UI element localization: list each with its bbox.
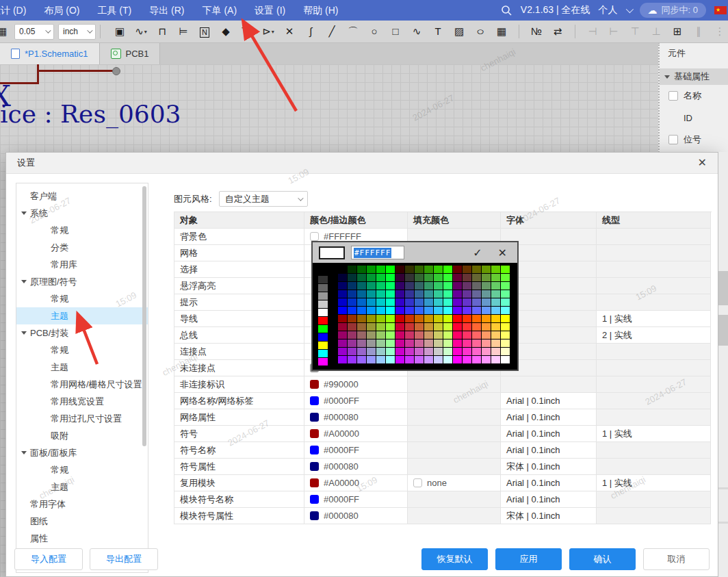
palette-swatch[interactable]	[434, 290, 443, 298]
chevron-down-icon[interactable]	[625, 5, 633, 13]
palette-swatch[interactable]	[472, 266, 481, 273]
distribute-h-icon[interactable]: ∥	[690, 21, 707, 42]
palette-swatch[interactable]	[338, 290, 347, 298]
color-swatch[interactable]	[310, 413, 319, 422]
palette-swatch[interactable]	[318, 284, 328, 292]
stroke-color-cell[interactable]: #0000FF	[304, 442, 408, 459]
palette-swatch[interactable]	[501, 298, 510, 306]
stroke-color-cell[interactable]: #000080	[304, 508, 408, 524]
palette-swatch[interactable]	[318, 300, 328, 308]
grid-size-select[interactable]: 0.05	[14, 24, 54, 40]
palette-swatch[interactable]	[453, 315, 462, 322]
palette-swatch[interactable]	[424, 290, 433, 298]
palette-swatch[interactable]	[482, 315, 491, 322]
palette-swatch[interactable]	[424, 274, 433, 281]
palette-swatch[interactable]	[405, 315, 414, 322]
palette-swatch[interactable]	[482, 331, 491, 339]
palette-swatch[interactable]	[482, 266, 491, 273]
palette-swatch[interactable]	[318, 333, 328, 341]
sidebar-item-17-主题[interactable]: 主题	[16, 478, 148, 496]
palette-swatch[interactable]	[424, 315, 433, 322]
collapse-arrow-icon[interactable]	[21, 280, 27, 283]
palette-swatch[interactable]	[405, 331, 414, 339]
sidebar-item-14-吸附[interactable]: 吸附	[16, 427, 148, 444]
palette-swatch[interactable]	[453, 266, 462, 273]
distribute-v-icon[interactable]: ⋮	[712, 21, 728, 42]
palette-swatch[interactable]	[491, 298, 500, 306]
palette-swatch[interactable]	[491, 282, 500, 290]
palette-swatch[interactable]	[453, 298, 462, 306]
close-icon[interactable]: ✕	[698, 157, 707, 168]
palette-swatch[interactable]	[357, 348, 366, 355]
bus-icon[interactable]: ⊨	[175, 21, 192, 42]
palette-swatch[interactable]	[463, 348, 471, 355]
palette-swatch[interactable]	[424, 282, 433, 290]
palette-swatch[interactable]	[491, 348, 500, 355]
collapse-arrow-icon[interactable]	[21, 451, 27, 454]
stroke-color-cell[interactable]: #0000FF	[304, 491, 408, 508]
theme-style-select[interactable]: 自定义主题	[219, 191, 308, 207]
palette-swatch[interactable]	[415, 266, 424, 273]
palette-swatch[interactable]	[453, 339, 462, 347]
font-cell[interactable]: 宋体 | 0.1inch	[501, 508, 597, 524]
palette-swatch[interactable]	[386, 356, 395, 363]
palette-swatch[interactable]	[348, 331, 356, 339]
palette-swatch[interactable]	[348, 315, 356, 322]
basic-properties-section[interactable]: 基础属性	[660, 68, 728, 85]
palette-swatch[interactable]	[491, 266, 500, 273]
palette-swatch[interactable]	[443, 356, 452, 363]
palette-swatch[interactable]	[376, 315, 385, 322]
palette-swatch[interactable]	[348, 282, 356, 290]
palette-swatch[interactable]	[472, 298, 481, 306]
palette-swatch[interactable]	[463, 307, 471, 314]
palette-swatch[interactable]	[405, 274, 414, 281]
palette-swatch[interactable]	[357, 331, 366, 339]
palette-swatch[interactable]	[318, 350, 328, 357]
palette-swatch[interactable]	[318, 276, 328, 283]
palette-swatch[interactable]	[348, 307, 356, 314]
palette-swatch[interactable]	[415, 307, 424, 314]
sidebar-item-18-常用字体[interactable]: 常用字体	[16, 496, 148, 513]
palette-swatch[interactable]	[463, 339, 471, 347]
palette-swatch[interactable]	[434, 331, 443, 339]
palette-swatch[interactable]	[376, 274, 385, 281]
close-icon[interactable]: ✕	[498, 246, 507, 259]
palette-swatch[interactable]	[463, 290, 471, 298]
palette-swatch[interactable]	[491, 315, 500, 322]
stroke-color-cell[interactable]: #A00000	[304, 475, 408, 491]
color-swatch[interactable]	[310, 462, 319, 471]
palette-swatch[interactable]	[386, 331, 395, 339]
palette-swatch[interactable]	[348, 339, 356, 347]
menu-item-2[interactable]: 布局 (O)	[35, 0, 88, 21]
palette-swatch[interactable]	[367, 331, 376, 339]
palette-swatch[interactable]	[376, 348, 385, 355]
sidebar-item-15-面板/面板库[interactable]: 面板/面板库	[16, 444, 148, 461]
palette-swatch[interactable]	[376, 266, 385, 273]
palette-swatch[interactable]	[463, 266, 471, 273]
sidebar-item-3-分类[interactable]: 分类	[16, 239, 148, 256]
font-cell[interactable]: Arial | 0.1inch	[501, 442, 597, 459]
palette-swatch[interactable]	[338, 339, 347, 347]
palette-swatch[interactable]	[338, 274, 347, 281]
sidebar-item-12-常用线宽设置[interactable]: 常用线宽设置	[16, 393, 148, 410]
palette-swatch[interactable]	[443, 298, 452, 306]
palette-swatch[interactable]	[386, 274, 395, 281]
palette-swatch[interactable]	[472, 282, 481, 290]
palette-swatch[interactable]	[376, 323, 385, 331]
checkbox[interactable]	[668, 91, 678, 101]
sidebar-item-4-常用库[interactable]: 常用库	[16, 256, 148, 273]
palette-swatch[interactable]	[338, 348, 347, 355]
palette-swatch[interactable]	[463, 331, 471, 339]
sidebar-item-0-客户端[interactable]: 客户端	[16, 188, 148, 205]
palette-swatch[interactable]	[405, 323, 414, 331]
palette-swatch[interactable]	[386, 323, 395, 331]
palette-swatch[interactable]	[386, 298, 395, 306]
palette-swatch[interactable]	[386, 348, 395, 355]
palette-swatch[interactable]	[395, 348, 404, 355]
palette-swatch[interactable]	[405, 290, 414, 298]
menu-item-1[interactable]: 设计 (D)	[0, 0, 35, 21]
palette-swatch[interactable]	[424, 356, 433, 363]
line-icon[interactable]: ╱	[324, 21, 340, 42]
palette-swatch[interactable]	[357, 290, 366, 298]
palette-swatch[interactable]	[318, 342, 328, 349]
